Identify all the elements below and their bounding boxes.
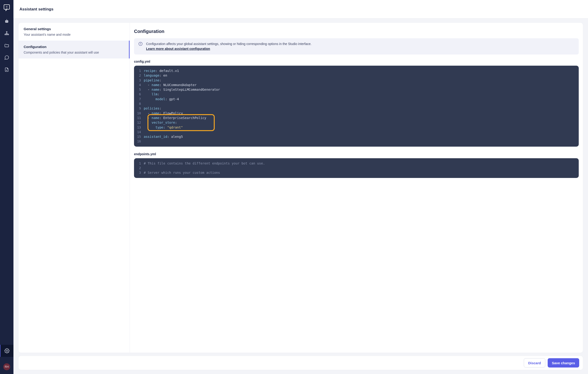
user-avatar[interactable]: RH: [3, 363, 10, 370]
code-line: 4 - name: NLUCommandAdapter: [134, 83, 579, 87]
settings-tab-configuration[interactable]: Configuration Components and policies th…: [19, 41, 130, 58]
config-pane[interactable]: Configuration Configuration affects your…: [130, 23, 583, 353]
gear-icon: [4, 348, 10, 353]
svg-point-4: [6, 21, 7, 21]
code-line: 9policies:: [134, 106, 579, 111]
code-line: 2language: en: [134, 73, 579, 78]
code-line: 14: [134, 130, 579, 134]
settings-card: General settings Your assistant's name a…: [19, 23, 583, 353]
svg-point-7: [7, 19, 7, 20]
chat-icon[interactable]: [4, 55, 10, 60]
content-area: General settings Your assistant's name a…: [13, 19, 588, 374]
svg-point-15: [140, 43, 140, 43]
document-icon[interactable]: [4, 67, 10, 72]
code-line: 10 - name: FlowPolicy: [134, 111, 579, 116]
left-nav: RA SA RH: [0, 0, 13, 374]
svg-point-9: [5, 34, 6, 35]
code-line: 12 vector_store:: [134, 120, 579, 125]
config-yml-editor[interactable]: 1recipe: default.v12language: en3pipelin…: [134, 66, 579, 147]
info-icon: [138, 42, 143, 51]
avatar-initials: RH: [5, 365, 9, 368]
code-line: 5 - name: SingleStepLLMCommandGenerator: [134, 87, 579, 92]
learn-more-link[interactable]: Learn more about assistant configuration: [146, 47, 210, 51]
svg-point-11: [8, 34, 9, 35]
svg-rect-3: [5, 20, 8, 22]
footer-bar: Discard Save changes: [19, 356, 583, 370]
code-line: 11 - name: EnterpriseSearchPolicy: [134, 116, 579, 120]
config-file-label: config.yml: [134, 60, 579, 63]
discard-button[interactable]: Discard: [524, 358, 545, 367]
main-column: Assistant settings General settings Your…: [13, 0, 588, 374]
page-title: Assistant settings: [20, 7, 53, 11]
svg-point-8: [6, 32, 7, 32]
code-line: 16: [134, 139, 579, 144]
assistant-icon[interactable]: [4, 19, 10, 24]
settings-tab-subtitle: Your assistant's name and mode: [24, 33, 125, 36]
settings-tab-general[interactable]: General settings Your assistant's name a…: [19, 23, 130, 41]
svg-point-12: [6, 350, 8, 352]
svg-text:SA: SA: [6, 7, 8, 9]
app-root: RA SA RH Assistant s: [0, 0, 588, 374]
info-banner: Configuration affects your global assist…: [134, 38, 579, 54]
config-heading: Configuration: [134, 29, 579, 34]
settings-nav-item[interactable]: [0, 345, 13, 357]
endpoints-yml-editor[interactable]: 1# This file contains the different endp…: [134, 158, 579, 178]
code-line: 1recipe: default.v1: [134, 68, 579, 73]
code-line: 2: [134, 166, 579, 170]
settings-tab-title: Configuration: [24, 45, 124, 49]
info-text: Configuration affects your global assist…: [146, 42, 311, 51]
settings-tabs-pane: General settings Your assistant's name a…: [19, 23, 130, 353]
code-line: 13 type: "qdrant": [134, 125, 579, 130]
rasa-logo[interactable]: RA SA: [3, 4, 10, 12]
svg-point-10: [6, 34, 7, 35]
svg-point-5: [7, 21, 7, 21]
save-button[interactable]: Save changes: [548, 358, 579, 367]
folder-icon[interactable]: [4, 43, 10, 48]
code-line: 3# Server which runs your custom actions: [134, 170, 579, 175]
endpoints-file-label: endpoints.yml: [134, 152, 579, 156]
code-line: 7 model: gpt-4: [134, 97, 579, 101]
code-line: 1# This file contains the different endp…: [134, 161, 579, 166]
settings-tab-title: General settings: [24, 27, 125, 31]
code-line: 6 llm:: [134, 92, 579, 96]
svg-text:RA: RA: [6, 6, 8, 7]
code-line: 15assistant_id: aleng5: [134, 134, 579, 139]
code-line: 3pipeline:: [134, 78, 579, 83]
top-bar: Assistant settings: [13, 0, 588, 19]
settings-tab-subtitle: Components and policies that your assist…: [24, 51, 124, 54]
code-line: 8: [134, 101, 579, 106]
flows-icon[interactable]: [4, 31, 10, 36]
